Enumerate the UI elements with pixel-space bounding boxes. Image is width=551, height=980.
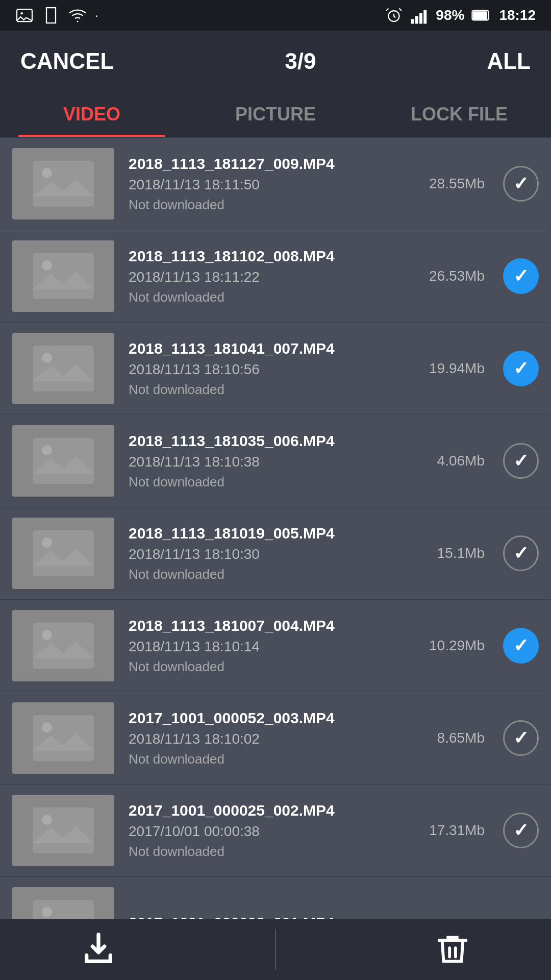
file-thumbnail: [12, 240, 114, 312]
svg-rect-9: [473, 11, 487, 19]
file-right: 10.29Mb ✓: [421, 628, 539, 664]
tab-picture[interactable]: PICTURE: [184, 92, 367, 137]
list-item: 2017_1001_000025_002.MP4 2017/10/01 00:0…: [0, 785, 551, 877]
svg-rect-4: [411, 19, 414, 24]
file-name: 2018_1113_181007_004.MP4: [129, 617, 421, 634]
file-thumbnail: [12, 518, 114, 589]
list-item: 2018_1113_181007_004.MP4 2018/11/13 18:1…: [0, 600, 551, 692]
file-date: 2017/10/01 00:00:38: [129, 823, 421, 840]
top-nav: CANCEL 3/9 ALL: [0, 31, 551, 92]
file-status: Not downloaded: [129, 289, 421, 305]
file-info: 2018_1113_181041_007.MP4 2018/11/13 18:1…: [129, 340, 421, 398]
select-all-button[interactable]: ALL: [487, 48, 531, 74]
status-right-info: 98% 18:12: [385, 6, 536, 24]
bottom-divider: [275, 929, 276, 970]
select-checkbox[interactable]: ✓: [503, 166, 539, 202]
file-status: Not downloaded: [129, 567, 429, 582]
list-item: 2018_1113_181041_007.MP4 2018/11/13 18:1…: [0, 323, 551, 415]
file-status: Not downloaded: [129, 197, 421, 213]
svg-point-11: [42, 168, 52, 178]
image-placeholder-icon: [33, 346, 94, 391]
image-placeholder-icon: [33, 438, 94, 484]
svg-point-32: [42, 815, 52, 825]
dot-indicator: ·: [95, 8, 98, 22]
tab-video[interactable]: VIDEO: [0, 92, 184, 137]
file-status: Not downloaded: [129, 844, 421, 860]
file-date: 2018/11/13 18:11:22: [129, 269, 421, 285]
file-size: 4.06Mb: [437, 453, 485, 469]
phone-icon: [42, 6, 60, 24]
file-thumbnail: [12, 702, 114, 774]
svg-point-17: [42, 353, 52, 363]
file-thumbnail: [12, 610, 114, 681]
select-checkbox[interactable]: ✓: [503, 813, 539, 848]
download-button[interactable]: [78, 929, 119, 970]
status-bar: · 98% 18:12: [0, 0, 551, 31]
file-right: 4.06Mb ✓: [429, 443, 539, 479]
battery-icon: [471, 6, 492, 24]
file-right: 19.94Mb ✓: [421, 351, 539, 386]
file-date: 2018/11/13 18:10:30: [129, 546, 429, 562]
file-date: 2018/11/13 18:10:38: [129, 454, 429, 470]
file-status: Not downloaded: [129, 382, 421, 398]
file-info: 2017_1001_000052_003.MP4 2018/11/13 18:1…: [129, 709, 429, 767]
svg-point-14: [42, 260, 52, 271]
svg-rect-31: [33, 807, 94, 853]
file-date: 2018/11/13 18:10:56: [129, 361, 421, 378]
file-size: 26.53Mb: [429, 268, 485, 284]
svg-rect-10: [33, 161, 94, 207]
file-date: 2018/11/13 18:11:50: [129, 177, 421, 193]
file-size: 17.31Mb: [429, 822, 485, 839]
svg-point-2: [77, 21, 79, 22]
image-placeholder-icon: [33, 161, 94, 207]
file-name: 2018_1113_181127_009.MP4: [129, 155, 421, 173]
file-thumbnail: [12, 795, 114, 866]
image-placeholder-icon: [33, 807, 94, 853]
file-name: 2018_1113_181102_008.MP4: [129, 248, 421, 265]
select-checkbox[interactable]: ✓: [503, 535, 539, 571]
select-checkbox[interactable]: ✓: [503, 628, 539, 664]
select-checkbox[interactable]: ✓: [503, 443, 539, 479]
file-right: 15.1Mb ✓: [429, 535, 539, 571]
tab-lockfile[interactable]: LOCK FILE: [367, 92, 551, 137]
list-item: 2018_1113_181019_005.MP4 2018/11/13 18:1…: [0, 507, 551, 600]
file-name: 2018_1113_181041_007.MP4: [129, 340, 421, 357]
file-status: Not downloaded: [129, 659, 421, 675]
file-list: 2018_1113_181127_009.MP4 2018/11/13 18:1…: [0, 138, 551, 980]
time-display: 18:12: [499, 7, 536, 23]
svg-point-23: [42, 537, 52, 548]
select-checkbox[interactable]: ✓: [503, 258, 539, 294]
file-info: 2018_1113_181127_009.MP4 2018/11/13 18:1…: [129, 155, 421, 213]
image-placeholder-icon: [33, 715, 94, 761]
file-name: 2017_1001_000052_003.MP4: [129, 709, 429, 727]
image-placeholder-icon: [33, 253, 94, 299]
file-size: 19.94Mb: [429, 360, 485, 377]
list-item: 2018_1113_181102_008.MP4 2018/11/13 18:1…: [0, 230, 551, 323]
file-thumbnail: [12, 333, 114, 404]
image-placeholder-icon: [33, 530, 94, 576]
file-name: 2018_1113_181035_006.MP4: [129, 432, 429, 450]
file-info: 2017_1001_000025_002.MP4 2017/10/01 00:0…: [129, 802, 421, 860]
svg-rect-19: [33, 438, 94, 484]
selection-count: 3/9: [285, 48, 316, 74]
svg-rect-25: [33, 623, 94, 669]
tab-bar: VIDEO PICTURE LOCK FILE: [0, 92, 551, 138]
file-size: 8.65Mb: [437, 730, 485, 746]
svg-rect-5: [415, 16, 418, 24]
photo-icon: [15, 6, 34, 24]
cancel-button[interactable]: CANCEL: [20, 48, 114, 74]
file-thumbnail: [12, 425, 114, 497]
alarm-icon: [385, 6, 403, 24]
list-item: 2018_1113_181127_009.MP4 2018/11/13 18:1…: [0, 138, 551, 230]
svg-point-1: [21, 12, 23, 15]
file-thumbnail: [12, 148, 114, 219]
file-info: 2018_1113_181007_004.MP4 2018/11/13 18:1…: [129, 617, 421, 675]
file-date: 2018/11/13 18:10:02: [129, 731, 429, 747]
delete-button[interactable]: [432, 929, 473, 970]
select-checkbox[interactable]: ✓: [503, 351, 539, 386]
svg-point-20: [42, 445, 52, 455]
file-size: 10.29Mb: [429, 638, 485, 654]
svg-point-35: [42, 907, 52, 917]
signal-icon: [410, 6, 429, 24]
select-checkbox[interactable]: ✓: [503, 720, 539, 756]
